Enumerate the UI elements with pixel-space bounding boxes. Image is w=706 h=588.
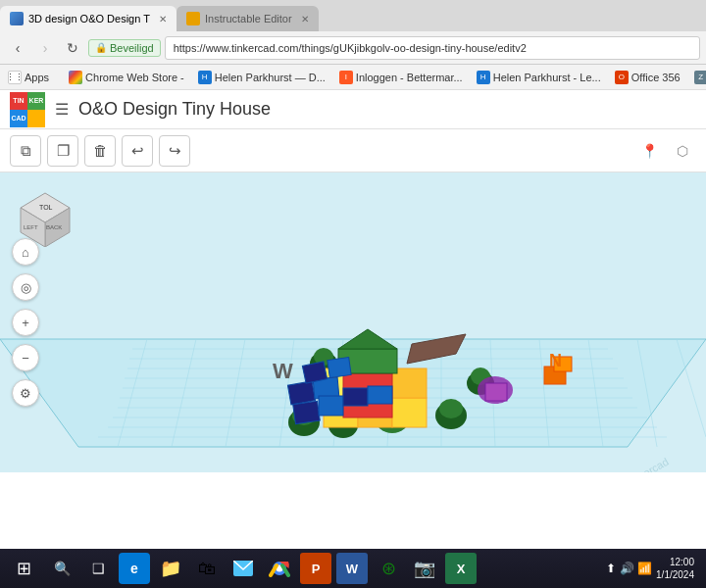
- svg-text:LEFT: LEFT: [24, 224, 38, 230]
- svg-rect-57: [485, 383, 507, 401]
- svg-rect-50: [319, 396, 343, 416]
- word-taskbar[interactable]: W: [336, 553, 368, 584]
- svg-point-32: [439, 399, 463, 418]
- bookmarks-bar: ⋮⋮ Apps Chrome Web Store - H Helen Parkh…: [0, 65, 706, 90]
- browser-window: 3D design O&O Design Ti... ✕ Instructabl…: [0, 0, 706, 588]
- bookmark-chrome-label: Chrome Web Store -: [85, 72, 184, 83]
- delete-button[interactable]: 🗑: [84, 135, 116, 167]
- bookmark-helen1-icon: H: [198, 71, 212, 84]
- copy-button[interactable]: ⧉: [10, 135, 41, 167]
- powerpoint-taskbar[interactable]: P: [300, 553, 331, 584]
- hamburger-icon[interactable]: ☰: [55, 100, 69, 119]
- fit-view-button[interactable]: ◎: [12, 273, 39, 301]
- explorer-taskbar[interactable]: 📁: [155, 553, 186, 584]
- search-button[interactable]: 🔍: [44, 553, 79, 584]
- bookmark-helen2-icon: H: [477, 71, 490, 84]
- start-button[interactable]: ⊞: [4, 551, 43, 586]
- svg-rect-54: [328, 358, 351, 378]
- bookmark-inlog-label: Inloggen - Bettermar...: [356, 72, 463, 83]
- mail-taskbar[interactable]: [227, 553, 259, 584]
- secure-badge: 🔒 Beveiligd: [88, 39, 161, 57]
- task-view-button[interactable]: ❑: [80, 553, 116, 584]
- taskbar-tray: ⬆ 🔊 📶 12:001/1/2024: [606, 556, 702, 581]
- bookmark-office[interactable]: O Office 356: [611, 69, 684, 86]
- logo-bl: CAD: [10, 110, 27, 127]
- svg-rect-47: [287, 381, 315, 405]
- bookmark-inlog-icon: I: [339, 71, 353, 84]
- bookmark-apps[interactable]: ⋮⋮ Apps: [4, 69, 53, 86]
- zoom-in-button[interactable]: +: [12, 309, 39, 336]
- 3d-model: W N S E: [0, 172, 706, 472]
- bookmark-office-icon: O: [615, 71, 629, 84]
- back-button[interactable]: ‹: [6, 36, 29, 60]
- tab-instr-label: Instructable Editor: [205, 13, 292, 24]
- taskbar-clock: 12:001/1/2024: [656, 556, 694, 581]
- lock-icon: 🔒: [95, 42, 107, 53]
- svg-rect-49: [293, 401, 321, 423]
- tab-instr-icon: [186, 12, 200, 25]
- svg-rect-53: [302, 362, 327, 383]
- bookmark-helen1[interactable]: H Helen Parkhurst — D...: [194, 69, 329, 86]
- bookmark-office-label: Office 356: [631, 72, 681, 83]
- zoom-out-button[interactable]: −: [12, 344, 39, 371]
- svg-text:N: N: [549, 351, 562, 370]
- svg-marker-46: [338, 329, 397, 349]
- logo-tr: KER: [27, 92, 45, 110]
- redo-button[interactable]: ↪: [159, 135, 190, 167]
- xbox-taskbar[interactable]: ⊛: [373, 553, 404, 584]
- tinkercad-logo[interactable]: TIN KER CAD: [10, 92, 45, 127]
- svg-text:W: W: [273, 359, 293, 383]
- secure-text: Beveiligd: [110, 42, 154, 54]
- bookmark-zermelo-icon: Z: [694, 71, 706, 84]
- tray-icons: ⬆ 🔊 📶: [606, 562, 652, 575]
- excel-taskbar[interactable]: X: [445, 553, 477, 584]
- duplicate-button[interactable]: ❐: [47, 135, 78, 167]
- svg-rect-51: [343, 388, 368, 406]
- bookmark-helen2-label: Helen Parkhurst - Le...: [493, 72, 601, 83]
- viewport[interactable]: tinkercad: [0, 172, 706, 472]
- forward-button[interactable]: ›: [33, 36, 57, 60]
- svg-text:TOL: TOL: [39, 204, 53, 211]
- tab-instructable[interactable]: Instructable Editor ✕: [176, 6, 319, 31]
- bookmark-apps-label: Apps: [25, 72, 49, 83]
- toolbar: ⧉ ❐ 🗑 ↩ ↪ 📍 ⬡: [0, 129, 706, 172]
- undo-button[interactable]: ↩: [122, 135, 153, 167]
- location-button[interactable]: 📍: [635, 137, 663, 165]
- share-button[interactable]: ⬡: [669, 137, 696, 165]
- bookmark-apps-icon: ⋮⋮: [8, 71, 22, 84]
- svg-rect-41: [392, 398, 427, 427]
- settings-button[interactable]: ⚙: [12, 379, 39, 407]
- side-controls: ⌂ ◎ + − ⚙: [12, 238, 39, 407]
- app-header: TIN KER CAD ☰ O&O Design Tiny House: [0, 90, 706, 129]
- app-title: O&O Design Tiny House: [78, 99, 271, 120]
- chrome-taskbar[interactable]: [264, 553, 295, 584]
- logo-tl: TIN: [10, 92, 27, 110]
- bookmark-helen2[interactable]: H Helen Parkhurst - Le...: [473, 69, 605, 86]
- svg-rect-52: [368, 386, 392, 404]
- nav-bar: ‹ › ↻ 🔒 Beveiligd https://www.tinkercad.…: [0, 31, 706, 65]
- bookmark-helen1-label: Helen Parkhurst — D...: [215, 72, 326, 83]
- tab-bar: 3D design O&O Design Ti... ✕ Instructabl…: [0, 0, 706, 31]
- logo-br: [27, 110, 45, 127]
- edge-taskbar[interactable]: e: [119, 553, 150, 584]
- bookmark-zermelo[interactable]: Z Zermelo Portal: [690, 69, 706, 86]
- home-view-button[interactable]: ⌂: [12, 238, 39, 266]
- tab-3d-label: 3D design O&O Design Ti...: [28, 13, 150, 24]
- store-taskbar[interactable]: 🛍: [191, 553, 223, 584]
- bookmark-chrome-icon: [69, 71, 82, 84]
- taskbar: ⊞ 🔍 ❑ e 📁 🛍 P W ⊛ 📷 X ⬆ 🔊 📶 12:001/1/202…: [0, 549, 706, 588]
- reload-button[interactable]: ↻: [61, 36, 84, 60]
- bookmark-chrome-store[interactable]: Chrome Web Store -: [65, 69, 188, 86]
- camera-taskbar[interactable]: 📷: [409, 553, 440, 584]
- url-text: https://www.tinkercad.com/things/gUKjibk…: [174, 42, 527, 54]
- tab-3d-icon: [10, 12, 24, 25]
- tab-3d[interactable]: 3D design O&O Design Ti... ✕: [0, 6, 176, 31]
- bookmark-inlog[interactable]: I Inloggen - Bettermar...: [335, 69, 467, 86]
- tab-instr-close[interactable]: ✕: [301, 14, 309, 24]
- tab-3d-close[interactable]: ✕: [159, 14, 167, 24]
- svg-text:BACK: BACK: [46, 224, 62, 230]
- url-bar[interactable]: https://www.tinkercad.com/things/gUKjibk…: [165, 36, 700, 60]
- svg-marker-55: [407, 334, 466, 364]
